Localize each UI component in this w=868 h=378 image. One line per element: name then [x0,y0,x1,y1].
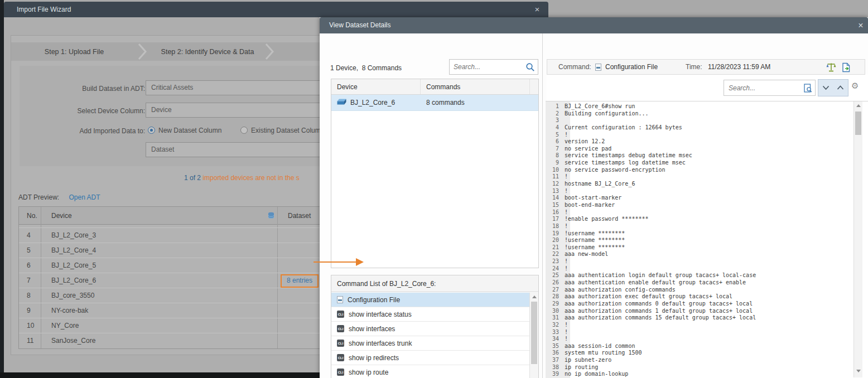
dataset-dialog-titlebar[interactable]: View Dataset Details × [320,17,868,33]
code-line: 18! [546,223,868,230]
row-device: NY-core-bak [41,303,278,318]
warning-text: imported devices are not in the s [201,174,300,182]
entries-badge[interactable]: 8 entries [281,274,319,288]
device-table: Device Commands BJ_L2_Core_6 8 commands [331,79,539,268]
command-label: show interfaces [349,325,395,333]
code-line: 26aaa authentication enable default grou… [546,279,868,287]
code-search-input[interactable] [729,81,798,94]
row-device: SanJose_Core [41,333,278,348]
scrollbar-thumb[interactable] [855,112,861,135]
command-list-header: Command List of BJ_L2_Core_6: [331,275,538,292]
code-line: 15boot-end-marker [546,202,868,209]
compare-icon[interactable] [826,62,836,74]
step-1-upload-file[interactable]: Step 1: Upload File [11,48,137,56]
config-file-icon [595,64,601,71]
search-icon[interactable] [525,62,535,74]
command-list-item[interactable]: CLIshow interfaces trunk [331,336,529,351]
commands-column-header[interactable]: Commands [421,79,530,94]
step-chevron-icon [264,42,278,61]
export-file-icon[interactable] [842,62,851,74]
step-2-identify-device-data[interactable]: Step 2: Identify Device & Data [151,48,264,56]
command-list-scrollbar[interactable] [529,293,538,378]
device-icon [337,95,346,111]
code-line: 20!username ******** [546,237,868,244]
radio-new-dataset-column[interactable] [148,127,155,134]
column-header-no[interactable]: No. [19,207,41,225]
find-next-button[interactable] [818,79,833,96]
device-table-header: Device Commands [331,79,538,95]
find-in-document-icon[interactable] [804,84,812,95]
code-line: 17!enable password ******** [546,216,868,223]
command-list-item[interactable]: Configuration File [331,293,529,307]
code-line: 13! [546,188,868,195]
find-previous-button[interactable] [833,79,848,96]
device-commands-count: 8 commands [421,95,538,110]
device-header-label: Device [51,207,72,225]
device-command-summary: 1 Device, 8 Commands [330,64,402,72]
command-value: Configuration File [605,60,658,74]
code-line: 23! [546,258,868,265]
command-list: Configuration FileCLIshow interface stat… [331,293,529,378]
dataset-dialog-body: 1 Device, 8 Commands Device Commands [320,33,868,378]
time-label: Time: [686,60,702,74]
code-scrollbar[interactable] [853,101,862,377]
row-no: 11 [19,333,41,348]
pane-divider [542,33,543,378]
radio-new-dataset-label: New Dataset Column [158,127,221,134]
scrollbar-thumb[interactable] [531,302,537,364]
view-dataset-details-dialog: View Dataset Details × 1 Device, 8 Comma… [320,17,868,378]
command-list-item[interactable]: CLIshow interface status [331,307,529,322]
code-line: 32! [546,322,868,329]
scrollbar-gutter [530,79,538,94]
command-viewer-header: Command: Configuration File Time: 11/28/… [547,59,865,75]
code-line: 36system mtu routing 1500 [546,350,868,357]
code-line: 25aaa authentication login default group… [546,272,868,279]
device-column-header[interactable]: Device [331,79,421,94]
open-adt-link[interactable]: Open ADT [69,193,100,201]
radio-existing-dataset-column[interactable] [240,127,248,134]
code-line: 10no service password-encryption [546,167,868,174]
row-no: 7 [19,273,41,288]
command-list-item[interactable]: CLIshow ip redirects [331,351,529,365]
scroll-down-icon[interactable] [856,370,861,372]
column-header-device[interactable]: Device [41,207,278,225]
command-label: show ip redirects [349,354,399,362]
row-no: 5 [19,243,41,258]
time-value: 11/28/2023 11:59 AM [708,60,770,74]
callout-arrow-icon [312,256,365,268]
code-line: 16! [546,209,868,216]
code-search-box [724,80,816,96]
device-column-label: Select Device Column: [31,107,145,115]
close-icon[interactable]: × [855,17,867,33]
code-line: 5! [546,132,868,139]
device-search-input[interactable] [454,60,520,74]
command-viewer-toolbar: ⚙ [547,75,868,101]
dataset-dialog-title: View Dataset Details [329,21,391,29]
command-list-item[interactable]: CLIshow interfaces [331,322,529,336]
configuration-file-viewer[interactable]: 1BJ_L2_Core_6#show run2Building configur… [546,101,868,378]
gear-icon[interactable]: ⚙ [851,81,859,91]
code-line: 21!username ******** [546,244,868,251]
row-device: BJ_L2_Core_6 [41,273,278,288]
cli-command-icon: CLI [337,354,344,361]
close-icon[interactable]: × [532,2,543,17]
device-row-selected[interactable]: BJ_L2_Core_6 8 commands [331,95,538,111]
scroll-up-icon[interactable] [532,295,537,298]
row-device: BJ_L2_Core_3 [41,228,278,243]
command-list-item[interactable]: CLIshow ip route [331,365,529,378]
cli-command-icon: CLI [337,311,344,318]
scroll-up-icon[interactable] [856,104,861,107]
cli-command-icon: CLI [337,325,344,332]
code-line: 30aaa authorization commands 1 default g… [546,308,868,315]
command-label: show ip route [349,369,388,376]
code-line: 37ip subnet-zero [546,357,868,364]
code-line: 31aaa authorization commands 15 default … [546,314,868,322]
wizard-titlebar[interactable]: Import File Wizard × [4,2,548,17]
code-line: 7no service pad [546,146,868,153]
radio-existing-dataset-label: Existing Dataset Column [251,127,324,134]
warning-count[interactable]: 1 of 2 [184,174,201,182]
code-line: 38ip routing [546,364,868,371]
code-line: 1BJ_L2_Core_6#show run [546,103,868,110]
row-no: 10 [19,318,41,333]
code-line: 35aaa session-id common [546,343,868,350]
